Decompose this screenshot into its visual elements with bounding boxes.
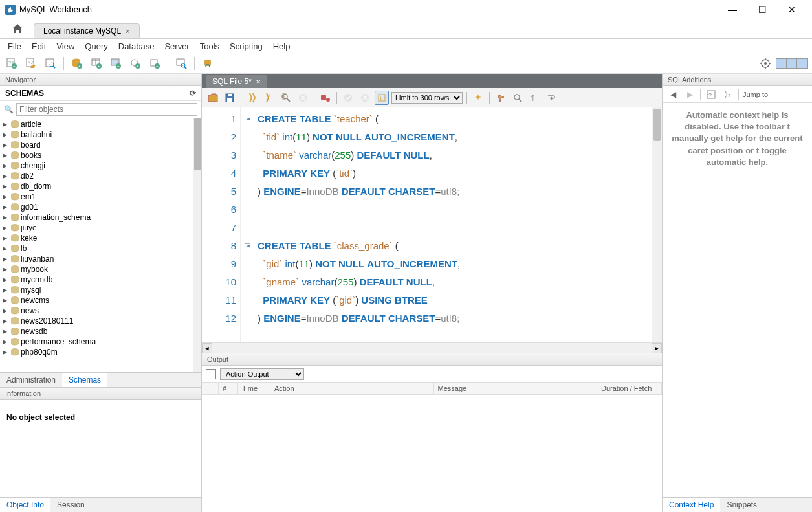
add-schema-icon[interactable]: + [69, 56, 85, 71]
execute-icon[interactable] [245, 91, 259, 105]
schema-item[interactable]: ▶mysql [3, 285, 199, 295]
schema-item[interactable]: ▶db_dorm [3, 181, 199, 192]
new-sql-icon[interactable]: SQL+ [4, 56, 19, 71]
forward-icon[interactable]: ▶ [683, 88, 696, 101]
search-text-icon[interactable] [510, 91, 525, 105]
toggle-right-panel[interactable] [797, 59, 807, 68]
menu-server[interactable]: Server [160, 40, 193, 52]
expand-arrow-icon[interactable]: ▶ [3, 235, 9, 241]
expand-arrow-icon[interactable]: ▶ [3, 142, 9, 148]
home-icon[interactable] [5, 21, 30, 38]
expand-arrow-icon[interactable]: ▶ [3, 339, 9, 345]
execute-current-icon[interactable]: I [262, 91, 276, 105]
expand-arrow-icon[interactable]: ▶ [3, 328, 9, 335]
expand-arrow-icon[interactable]: ▶ [3, 307, 9, 314]
explain-icon[interactable] [279, 91, 293, 105]
schema-item[interactable]: ▶gd01 [3, 202, 199, 212]
tab-context-help[interactable]: Context Help [663, 498, 720, 512]
wrap-icon[interactable] [544, 91, 558, 105]
toggle-whitespace-icon[interactable]: ¶ [527, 91, 542, 105]
tree-scrollbar[interactable] [193, 118, 201, 372]
expand-arrow-icon[interactable]: ▶ [3, 183, 9, 190]
limit-select[interactable]: Limit to 300 rows [391, 92, 463, 104]
menu-edit[interactable]: Edit [28, 40, 50, 52]
col-action[interactable]: Action [270, 383, 434, 394]
panel-toggles[interactable] [776, 58, 808, 69]
save-icon[interactable] [223, 91, 237, 105]
find-icon[interactable] [494, 91, 508, 105]
col-duration[interactable]: Duration / Fetch [597, 383, 662, 394]
menu-database[interactable]: Database [115, 40, 159, 52]
close-file-icon[interactable]: ✕ [256, 78, 261, 85]
expand-arrow-icon[interactable]: ▶ [3, 131, 9, 138]
expand-arrow-icon[interactable]: ▶ [3, 214, 9, 221]
expand-arrow-icon[interactable]: ▶ [3, 287, 9, 293]
schema-item[interactable]: ▶mycrmdb [3, 274, 199, 285]
refresh-icon[interactable]: ⟳ [190, 89, 196, 98]
minimize-button[interactable]: — [718, 0, 747, 19]
schema-item[interactable]: ▶information_schema [3, 212, 199, 223]
settings-icon[interactable] [758, 56, 773, 71]
menu-scripting[interactable]: Scripting [226, 40, 267, 52]
editor-hscrollbar[interactable]: ◄ ► [202, 342, 662, 353]
close-tab-icon[interactable]: ✕ [125, 28, 130, 35]
schema-item[interactable]: ▶performance_schema [3, 337, 199, 347]
scroll-left-icon[interactable]: ◄ [202, 343, 212, 353]
expand-arrow-icon[interactable]: ▶ [3, 173, 9, 179]
expand-arrow-icon[interactable]: ▶ [3, 349, 9, 355]
expand-arrow-icon[interactable]: ▶ [3, 121, 9, 128]
toggle-limit-icon[interactable] [375, 91, 389, 105]
output-select[interactable]: Action Output [220, 368, 304, 380]
back-icon[interactable]: ◀ [666, 88, 679, 101]
expand-arrow-icon[interactable]: ▶ [3, 276, 9, 283]
expand-arrow-icon[interactable]: ▶ [3, 194, 9, 200]
open-file-icon[interactable] [206, 91, 220, 105]
toggle-bottom-panel[interactable] [787, 59, 797, 68]
schema-item[interactable]: ▶jiuye [3, 223, 199, 233]
toggle-left-panel[interactable] [776, 59, 787, 68]
tab-object-info[interactable]: Object Info [0, 498, 50, 512]
menu-file[interactable]: File [4, 40, 25, 52]
tab-schemas[interactable]: Schemas [62, 373, 107, 387]
add-view-icon[interactable]: + [108, 56, 124, 71]
schema-item[interactable]: ▶news [3, 306, 199, 316]
toggle-autocommit-icon[interactable] [318, 91, 333, 105]
schema-item[interactable]: ▶article [3, 119, 199, 129]
close-button[interactable]: ✕ [777, 0, 807, 19]
menu-help[interactable]: Help [269, 40, 294, 52]
tab-session[interactable]: Session [50, 498, 91, 512]
expand-arrow-icon[interactable]: ▶ [3, 297, 9, 304]
maximize-button[interactable]: ☐ [747, 0, 777, 19]
expand-arrow-icon[interactable]: ▶ [3, 225, 9, 231]
add-table-icon[interactable]: + [89, 56, 104, 71]
tab-snippets[interactable]: Snippets [720, 498, 763, 512]
help-icon[interactable]: ? [705, 88, 718, 101]
add-func-icon[interactable]: + [147, 56, 162, 71]
col-time[interactable]: Time [238, 383, 270, 394]
rollback-icon[interactable] [358, 91, 372, 105]
schema-item[interactable]: ▶php80q0m [3, 347, 199, 357]
scroll-right-icon[interactable]: ► [652, 343, 662, 353]
tab-administration[interactable]: Administration [0, 373, 62, 387]
schema-item[interactable]: ▶keke [3, 233, 199, 243]
beautify-icon[interactable] [471, 91, 485, 105]
schema-item[interactable]: ▶em1 [3, 192, 199, 202]
expand-arrow-icon[interactable]: ▶ [3, 204, 9, 210]
commit-icon[interactable] [341, 91, 355, 105]
expand-arrow-icon[interactable]: ▶ [3, 245, 9, 252]
menu-view[interactable]: View [52, 40, 78, 52]
menu-tools[interactable]: Tools [196, 40, 223, 52]
fold-column[interactable]: -- [241, 107, 254, 342]
connection-tab[interactable]: Local instance MySQL ✕ [34, 23, 140, 38]
expand-arrow-icon[interactable]: ▶ [3, 152, 9, 159]
expand-arrow-icon[interactable]: ▶ [3, 162, 9, 169]
schema-item[interactable]: ▶newcms [3, 295, 199, 306]
col-message[interactable]: Message [434, 383, 598, 394]
auto-help-icon[interactable]: ? [721, 88, 734, 101]
schema-item[interactable]: ▶mybook [3, 264, 199, 274]
search-table-icon[interactable] [173, 56, 189, 71]
open-sql-icon[interactable]: SQL [23, 56, 39, 71]
reconnect-icon[interactable] [200, 56, 215, 71]
output-mode-icon[interactable] [206, 369, 216, 379]
code-area[interactable]: CREATE TABLE `teacher` ( `tid` int(11) N… [254, 107, 662, 342]
